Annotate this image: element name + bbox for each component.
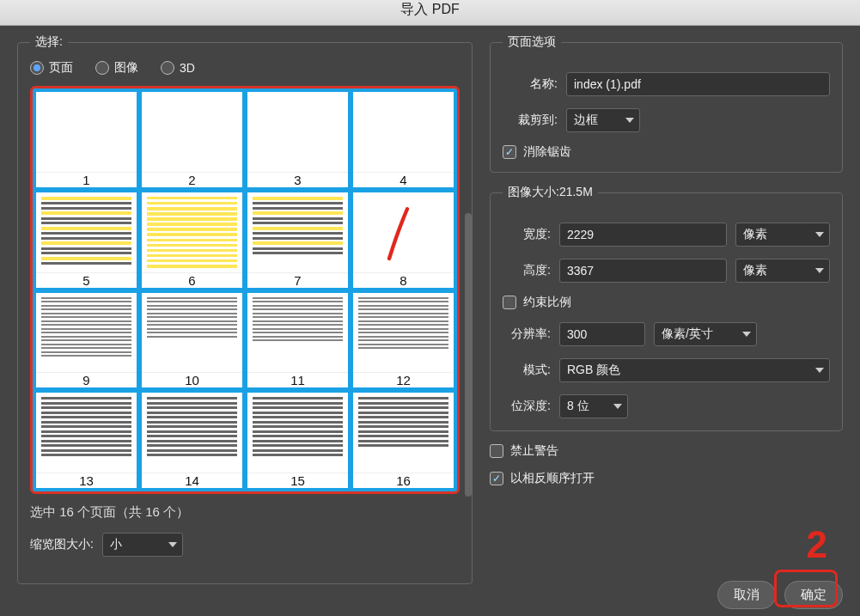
page-thumb[interactable]: 12 [353,293,454,388]
radio-dot-icon [30,61,44,75]
annotation-number-2: 2 [807,523,827,566]
crop-select[interactable]: 边框 [566,108,640,132]
page-thumb[interactable]: 3 [247,92,348,187]
chevron-down-icon [815,268,824,273]
name-label: 名称: [503,76,558,92]
checkbox-icon [503,296,516,309]
bitdepth-value: 8 位 [567,399,589,414]
page-thumb[interactable]: 5 [36,192,137,288]
radio-dot-icon [95,61,109,75]
antialias-checkbox[interactable]: 消除锯齿 [503,144,571,160]
width-unit-select[interactable]: 像素 [735,223,830,247]
page-number: 2 [142,172,242,187]
page-thumb[interactable]: 2 [142,92,242,187]
image-size-legend: 图像大小:21.5M [503,185,598,200]
chevron-down-icon [625,118,634,123]
checkbox-icon [490,472,503,485]
resolution-unit-value: 像素/英寸 [662,326,713,342]
ok-button[interactable]: 确定 [784,581,843,609]
page-number: 16 [353,473,454,488]
page-thumb[interactable]: 6 [142,192,242,288]
suppress-warnings-label: 禁止警告 [510,443,558,459]
page-thumb[interactable]: 4 [353,92,454,187]
select-legend: 选择: [30,34,68,50]
page-thumb[interactable]: 16 [353,393,454,488]
page-number: 14 [142,473,242,488]
page-thumb[interactable]: 11 [247,293,348,388]
image-size-fieldset: 图像大小:21.5M 宽度: 像素 高度: 像素 [490,185,843,431]
page-number: 9 [36,372,137,387]
page-options-fieldset: 页面选项 名称: 裁剪到: 边框 消除锯齿 [490,34,843,173]
width-unit-value: 像素 [743,227,767,242]
radio-3d[interactable]: 3D [161,61,195,75]
page-thumb[interactable]: 8 [353,192,454,288]
reverse-order-label: 以相反顺序打开 [510,471,595,486]
page-thumb[interactable]: 7 [247,192,348,288]
thumb-size-select[interactable]: 小 [102,533,183,557]
reverse-order-checkbox[interactable]: 以相反顺序打开 [490,471,595,486]
crop-label: 裁剪到: [503,113,558,128]
height-label: 高度: [503,263,551,278]
cancel-button[interactable]: 取消 [717,581,776,609]
radio-page-label: 页面 [49,60,73,76]
constrain-checkbox[interactable]: 约束比例 [503,295,571,310]
page-thumb[interactable]: 14 [142,393,242,488]
page-number: 8 [353,272,454,288]
radio-page[interactable]: 页面 [30,60,73,76]
page-number: 6 [142,272,242,288]
height-unit-select[interactable]: 像素 [735,259,830,283]
bitdepth-label: 位深度: [503,399,551,414]
page-number: 10 [142,372,242,387]
constrain-label: 约束比例 [523,295,571,310]
page-number: 12 [353,372,454,387]
page-number: 15 [247,473,348,488]
mode-label: 模式: [503,363,551,378]
chevron-down-icon [742,332,751,337]
chevron-down-icon [613,404,622,409]
page-number: 11 [247,372,348,387]
selection-status: 选中 16 个页面（共 16 个） [30,504,460,521]
resolution-label: 分辨率: [503,326,551,342]
page-number: 4 [353,172,454,187]
page-thumb[interactable]: 13 [36,393,137,488]
crop-value: 边框 [574,113,598,128]
name-input[interactable] [566,72,830,96]
left-panel: 选择: 页面 图像 3D 1 2 [17,34,473,616]
dialog-title: 导入 PDF [0,0,860,26]
chevron-down-icon [168,542,177,547]
width-label: 宽度: [503,227,551,242]
checkbox-icon [503,145,516,159]
thumb-size-label: 缩览图大小: [30,537,94,552]
antialias-label: 消除锯齿 [523,144,571,160]
radio-dot-icon [161,61,174,75]
checkbox-icon [490,444,503,458]
thumbnail-grid[interactable]: 1 2 3 4 5 6 7 8 9 10 11 12 13 14 15 16 [30,86,460,494]
page-number: 1 [36,172,137,187]
mode-value: RGB 颜色 [567,363,620,378]
page-thumb[interactable]: 9 [36,293,137,388]
bitdepth-select[interactable]: 8 位 [559,394,628,418]
page-options-legend: 页面选项 [503,34,561,50]
suppress-warnings-checkbox[interactable]: 禁止警告 [490,443,558,459]
radio-3d-label: 3D [180,61,195,75]
chevron-down-icon [815,368,824,373]
radio-image[interactable]: 图像 [95,60,138,76]
mode-select[interactable]: RGB 颜色 [559,358,830,382]
height-unit-value: 像素 [743,263,767,278]
page-thumb[interactable]: 10 [142,293,242,388]
page-thumb[interactable]: 1 [36,92,137,187]
resolution-input[interactable] [559,322,645,346]
resolution-unit-select[interactable]: 像素/英寸 [654,322,757,346]
radio-image-label: 图像 [114,60,138,76]
thumb-scrollbar[interactable] [465,213,472,497]
red-stroke-icon [383,201,413,268]
height-input[interactable] [559,259,727,283]
page-number: 7 [247,272,348,288]
page-thumb[interactable]: 15 [247,393,348,488]
select-fieldset: 选择: 页面 图像 3D 1 2 [17,34,473,584]
page-number: 5 [36,272,137,288]
page-number: 3 [247,172,348,187]
right-panel: 页面选项 名称: 裁剪到: 边框 消除锯齿 图像大小:2 [490,34,843,616]
width-input[interactable] [559,223,727,247]
thumb-size-value: 小 [110,537,122,552]
